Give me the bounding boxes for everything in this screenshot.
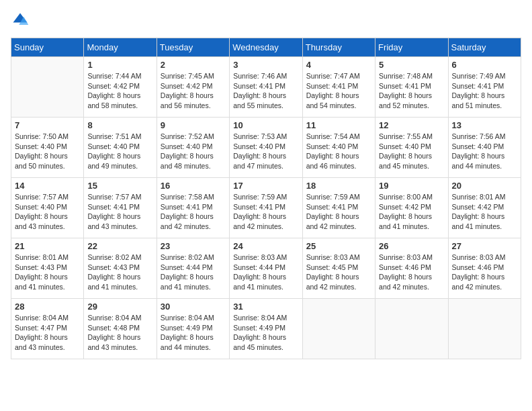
weekday-header-saturday: Saturday xyxy=(448,38,521,57)
weekday-header-thursday: Thursday xyxy=(302,38,375,57)
day-number: 13 xyxy=(452,120,517,130)
day-number: 14 xyxy=(15,181,80,191)
calendar-cell: 7Sunrise: 7:50 AM Sunset: 4:40 PM Daylig… xyxy=(11,118,84,178)
day-number: 21 xyxy=(15,241,80,251)
day-info: Sunrise: 7:47 AM Sunset: 4:41 PM Dayligh… xyxy=(306,71,371,111)
calendar-cell: 23Sunrise: 8:02 AM Sunset: 4:44 PM Dayli… xyxy=(157,238,229,299)
calendar-cell: 24Sunrise: 8:03 AM Sunset: 4:44 PM Dayli… xyxy=(230,238,302,299)
calendar-cell: 30Sunrise: 8:04 AM Sunset: 4:49 PM Dayli… xyxy=(157,299,229,359)
calendar-cell: 16Sunrise: 7:58 AM Sunset: 4:41 PM Dayli… xyxy=(157,178,229,238)
calendar-week-1: 1Sunrise: 7:44 AM Sunset: 4:42 PM Daylig… xyxy=(11,57,521,118)
calendar-cell xyxy=(11,57,84,118)
calendar-week-3: 14Sunrise: 7:57 AM Sunset: 4:40 PM Dayli… xyxy=(11,178,521,238)
day-number: 12 xyxy=(379,120,444,130)
day-info: Sunrise: 8:01 AM Sunset: 4:43 PM Dayligh… xyxy=(15,253,80,292)
day-info: Sunrise: 7:54 AM Sunset: 4:40 PM Dayligh… xyxy=(306,132,371,171)
calendar-header-row: SundayMondayTuesdayWednesdayThursdayFrid… xyxy=(11,38,521,57)
day-number: 22 xyxy=(87,241,152,251)
calendar-cell: 31Sunrise: 8:04 AM Sunset: 4:49 PM Dayli… xyxy=(230,299,302,359)
calendar-body: 1Sunrise: 7:44 AM Sunset: 4:42 PM Daylig… xyxy=(11,57,521,359)
day-info: Sunrise: 8:00 AM Sunset: 4:42 PM Dayligh… xyxy=(379,192,444,232)
day-number: 6 xyxy=(452,60,517,70)
calendar-cell xyxy=(302,299,375,359)
day-info: Sunrise: 7:45 AM Sunset: 4:42 PM Dayligh… xyxy=(161,71,226,111)
calendar-cell xyxy=(448,299,521,359)
calendar-cell: 1Sunrise: 7:44 AM Sunset: 4:42 PM Daylig… xyxy=(84,57,157,118)
calendar-cell: 17Sunrise: 7:59 AM Sunset: 4:41 PM Dayli… xyxy=(230,178,302,238)
day-number: 15 xyxy=(87,181,152,191)
calendar-cell: 4Sunrise: 7:47 AM Sunset: 4:41 PM Daylig… xyxy=(302,57,375,118)
day-number: 2 xyxy=(161,60,226,70)
calendar-cell: 20Sunrise: 8:01 AM Sunset: 4:42 PM Dayli… xyxy=(448,178,521,238)
day-number: 29 xyxy=(87,302,152,312)
weekday-header-wednesday: Wednesday xyxy=(230,38,302,57)
day-number: 7 xyxy=(15,120,80,130)
day-number: 1 xyxy=(87,60,152,70)
day-info: Sunrise: 7:58 AM Sunset: 4:41 PM Dayligh… xyxy=(161,192,226,232)
day-info: Sunrise: 7:59 AM Sunset: 4:41 PM Dayligh… xyxy=(306,192,371,232)
day-number: 11 xyxy=(306,120,371,130)
day-number: 5 xyxy=(379,60,444,70)
day-number: 8 xyxy=(87,120,152,130)
day-info: Sunrise: 7:56 AM Sunset: 4:40 PM Dayligh… xyxy=(452,132,517,171)
calendar-cell xyxy=(375,299,448,359)
day-info: Sunrise: 7:44 AM Sunset: 4:42 PM Dayligh… xyxy=(87,71,152,111)
day-info: Sunrise: 8:04 AM Sunset: 4:47 PM Dayligh… xyxy=(15,313,80,353)
calendar-cell: 18Sunrise: 7:59 AM Sunset: 4:41 PM Dayli… xyxy=(302,178,375,238)
day-number: 30 xyxy=(161,302,226,312)
calendar-cell: 6Sunrise: 7:49 AM Sunset: 4:41 PM Daylig… xyxy=(448,57,521,118)
calendar-cell: 22Sunrise: 8:02 AM Sunset: 4:43 PM Dayli… xyxy=(84,238,157,299)
day-number: 27 xyxy=(452,241,517,251)
day-info: Sunrise: 7:57 AM Sunset: 4:41 PM Dayligh… xyxy=(87,192,152,232)
day-number: 19 xyxy=(379,181,444,191)
day-info: Sunrise: 7:48 AM Sunset: 4:41 PM Dayligh… xyxy=(379,71,444,111)
day-number: 24 xyxy=(233,241,298,251)
day-info: Sunrise: 7:49 AM Sunset: 4:41 PM Dayligh… xyxy=(452,71,517,111)
calendar-table: SundayMondayTuesdayWednesdayThursdayFrid… xyxy=(11,38,521,359)
calendar-week-2: 7Sunrise: 7:50 AM Sunset: 4:40 PM Daylig… xyxy=(11,118,521,178)
day-info: Sunrise: 7:55 AM Sunset: 4:40 PM Dayligh… xyxy=(379,132,444,171)
calendar-cell: 14Sunrise: 7:57 AM Sunset: 4:40 PM Dayli… xyxy=(11,178,84,238)
day-info: Sunrise: 8:02 AM Sunset: 4:44 PM Dayligh… xyxy=(161,253,226,292)
calendar-cell: 15Sunrise: 7:57 AM Sunset: 4:41 PM Dayli… xyxy=(84,178,157,238)
day-info: Sunrise: 7:51 AM Sunset: 4:40 PM Dayligh… xyxy=(87,132,152,171)
weekday-header-friday: Friday xyxy=(375,38,448,57)
calendar-cell: 25Sunrise: 8:03 AM Sunset: 4:45 PM Dayli… xyxy=(302,238,375,299)
day-number: 25 xyxy=(306,241,371,251)
day-info: Sunrise: 8:02 AM Sunset: 4:43 PM Dayligh… xyxy=(87,253,152,292)
day-info: Sunrise: 7:53 AM Sunset: 4:40 PM Dayligh… xyxy=(233,132,298,171)
calendar-cell: 8Sunrise: 7:51 AM Sunset: 4:40 PM Daylig… xyxy=(84,118,157,178)
day-number: 16 xyxy=(161,181,226,191)
logo-icon xyxy=(11,11,30,30)
day-number: 4 xyxy=(306,60,371,70)
calendar-cell: 28Sunrise: 8:04 AM Sunset: 4:47 PM Dayli… xyxy=(11,299,84,359)
day-number: 18 xyxy=(306,181,371,191)
day-number: 23 xyxy=(161,241,226,251)
day-number: 31 xyxy=(233,302,298,312)
calendar-week-4: 21Sunrise: 8:01 AM Sunset: 4:43 PM Dayli… xyxy=(11,238,521,299)
day-info: Sunrise: 7:57 AM Sunset: 4:40 PM Dayligh… xyxy=(15,192,80,232)
weekday-header-tuesday: Tuesday xyxy=(157,38,229,57)
calendar-cell: 27Sunrise: 8:03 AM Sunset: 4:46 PM Dayli… xyxy=(448,238,521,299)
day-number: 26 xyxy=(379,241,444,251)
calendar-cell: 2Sunrise: 7:45 AM Sunset: 4:42 PM Daylig… xyxy=(157,57,229,118)
calendar-cell: 19Sunrise: 8:00 AM Sunset: 4:42 PM Dayli… xyxy=(375,178,448,238)
calendar-cell: 21Sunrise: 8:01 AM Sunset: 4:43 PM Dayli… xyxy=(11,238,84,299)
day-info: Sunrise: 7:52 AM Sunset: 4:40 PM Dayligh… xyxy=(161,132,226,171)
calendar-cell: 12Sunrise: 7:55 AM Sunset: 4:40 PM Dayli… xyxy=(375,118,448,178)
calendar-cell: 29Sunrise: 8:04 AM Sunset: 4:48 PM Dayli… xyxy=(84,299,157,359)
page-header xyxy=(11,11,521,30)
calendar-cell: 5Sunrise: 7:48 AM Sunset: 4:41 PM Daylig… xyxy=(375,57,448,118)
day-info: Sunrise: 8:03 AM Sunset: 4:46 PM Dayligh… xyxy=(379,253,444,292)
day-info: Sunrise: 7:50 AM Sunset: 4:40 PM Dayligh… xyxy=(15,132,80,171)
calendar-cell: 9Sunrise: 7:52 AM Sunset: 4:40 PM Daylig… xyxy=(157,118,229,178)
calendar-cell: 26Sunrise: 8:03 AM Sunset: 4:46 PM Dayli… xyxy=(375,238,448,299)
day-info: Sunrise: 8:04 AM Sunset: 4:49 PM Dayligh… xyxy=(233,313,298,353)
day-info: Sunrise: 7:59 AM Sunset: 4:41 PM Dayligh… xyxy=(233,192,298,232)
logo xyxy=(11,11,32,30)
day-number: 28 xyxy=(15,302,80,312)
day-info: Sunrise: 8:03 AM Sunset: 4:46 PM Dayligh… xyxy=(452,253,517,292)
day-number: 17 xyxy=(233,181,298,191)
day-info: Sunrise: 8:03 AM Sunset: 4:45 PM Dayligh… xyxy=(306,253,371,292)
day-info: Sunrise: 8:04 AM Sunset: 4:48 PM Dayligh… xyxy=(87,313,152,353)
